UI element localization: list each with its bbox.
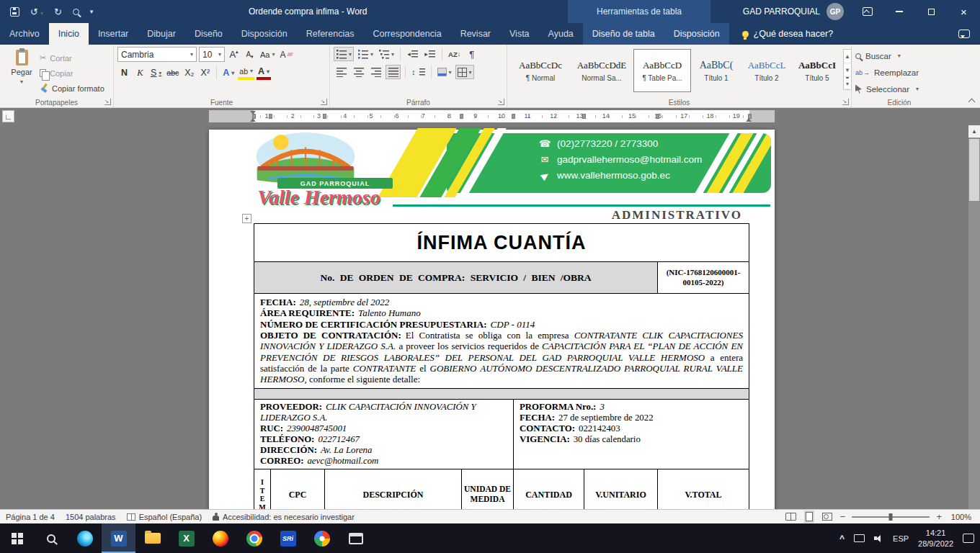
taskbar-edge[interactable] xyxy=(68,523,102,553)
line-spacing-icon[interactable] xyxy=(410,65,427,79)
taskbar-search-button[interactable] xyxy=(34,523,68,553)
clipboard-dialog-launcher-icon[interactable] xyxy=(104,99,111,105)
change-case-icon[interactable] xyxy=(259,48,276,62)
style-titulo-5[interactable]: AaBbCcI Título 5 xyxy=(793,49,841,92)
start-button[interactable] xyxy=(0,523,34,553)
strikethrough-button[interactable]: abc xyxy=(165,66,180,80)
save-icon[interactable] xyxy=(10,7,19,17)
customize-qat-icon[interactable]: ▾ xyxy=(90,8,94,15)
decrease-indent-icon[interactable] xyxy=(405,47,420,61)
zoom-slider-thumb[interactable] xyxy=(889,513,893,521)
style-titulo-2[interactable]: AaBbCcL Título 2 xyxy=(741,49,792,92)
tab-disposicion[interactable]: Disposición xyxy=(232,23,297,45)
align-left-icon[interactable] xyxy=(334,65,349,79)
read-mode-button[interactable] xyxy=(784,511,798,522)
undo-icon[interactable]: ↺ xyxy=(30,6,43,17)
tell-me-box[interactable]: ¿Qué desea hacer? xyxy=(742,23,834,45)
underline-button[interactable]: S xyxy=(149,66,163,80)
ruler-column-marker[interactable] xyxy=(582,114,586,119)
taskbar-excel[interactable]: X xyxy=(169,523,203,553)
tab-dibujar[interactable]: Dibujar xyxy=(138,23,185,45)
clear-formatting-icon[interactable] xyxy=(278,48,293,62)
select-button[interactable]: Seleccionar xyxy=(855,82,943,96)
styles-dialog-launcher-icon[interactable] xyxy=(842,99,849,105)
ruler-column-marker[interactable] xyxy=(460,114,463,119)
tab-archivo[interactable]: Archivo xyxy=(0,23,49,45)
shading-icon[interactable] xyxy=(436,65,453,79)
scrollbar-thumb[interactable] xyxy=(969,139,979,201)
multilevel-list-icon[interactable] xyxy=(377,47,396,61)
taskbar-sri[interactable]: SRi xyxy=(271,523,305,553)
purchase-order-table[interactable]: ÍNFIMA CUANTÍA No. DE ORDEN DE COMPRA: S… xyxy=(254,223,749,509)
taskbar-word[interactable]: W xyxy=(102,523,135,553)
shrink-font-icon[interactable] xyxy=(243,48,257,62)
maximize-button[interactable] xyxy=(915,0,948,23)
increase-indent-icon[interactable] xyxy=(422,47,437,61)
tab-diseno[interactable]: Diseño xyxy=(185,23,232,45)
tab-insertar[interactable]: Insertar xyxy=(89,23,138,45)
grow-font-icon[interactable] xyxy=(227,48,241,62)
table-move-handle-icon[interactable]: + xyxy=(242,214,251,223)
font-color-icon[interactable]: A xyxy=(257,66,271,80)
redo-icon[interactable]: ↻ xyxy=(54,6,62,17)
document-page[interactable]: GAD PARROQUIAL Valle Hermoso ☎ (02)27732… xyxy=(209,130,775,509)
speaker-icon[interactable] xyxy=(874,534,883,543)
style-normal-sa[interactable]: AaBbCcDdE Normal Sa... xyxy=(571,49,632,92)
language-status[interactable]: Español (España) xyxy=(127,513,202,521)
accessibility-status[interactable]: Accesibilidad: es necesario investigar xyxy=(213,513,355,521)
collapse-ribbon-icon[interactable] xyxy=(968,99,976,106)
style-table-paragraph[interactable]: AaBbCcD ¶ Table Pa... xyxy=(633,49,691,92)
ruler-column-marker[interactable] xyxy=(323,114,326,119)
copy-button[interactable]: Copiar xyxy=(40,67,104,79)
display-tray-icon[interactable] xyxy=(854,534,865,542)
borders-icon[interactable] xyxy=(455,65,474,79)
notification-center-icon[interactable] xyxy=(963,534,974,543)
tab-stop-selector[interactable]: ∟ xyxy=(2,110,14,122)
web-layout-button[interactable] xyxy=(821,511,834,522)
justify-icon[interactable] xyxy=(386,65,401,79)
ruler-column-marker[interactable] xyxy=(269,114,272,119)
zoom-in-icon[interactable]: + xyxy=(936,511,942,522)
format-painter-button[interactable]: Copiar formato xyxy=(40,82,104,94)
zoom-slider[interactable] xyxy=(852,516,930,518)
tab-ayuda[interactable]: Ayuda xyxy=(539,23,583,45)
highlight-color-icon[interactable]: ab xyxy=(238,66,254,80)
style-normal[interactable]: AaBbCcDc ¶ Normal xyxy=(511,49,570,92)
cut-button[interactable]: ✂ Cortar xyxy=(40,52,104,64)
scroll-up-icon[interactable]: ▲ xyxy=(968,125,980,138)
tab-correspondencia[interactable]: Correspondencia xyxy=(363,23,450,45)
taskbar-firefox[interactable] xyxy=(203,523,237,553)
font-size-select[interactable]: 10 xyxy=(199,47,225,62)
tab-inicio[interactable]: Inicio xyxy=(49,23,89,45)
tray-chevron-icon[interactable]: ^ xyxy=(839,534,845,544)
font-dialog-launcher-icon[interactable] xyxy=(321,99,327,105)
paragraph-dialog-launcher-icon[interactable] xyxy=(498,99,504,105)
styles-scroll-up-icon[interactable]: ▲ xyxy=(844,50,851,63)
subscript-button[interactable]: X₂ xyxy=(182,66,196,80)
font-name-select[interactable]: Cambria xyxy=(117,47,197,62)
sort-icon[interactable]: AZ xyxy=(447,47,462,61)
vertical-scrollbar[interactable]: ▲ xyxy=(968,125,980,509)
superscript-button[interactable]: X² xyxy=(198,66,212,80)
comments-icon[interactable] xyxy=(958,30,970,38)
right-indent-marker[interactable] xyxy=(746,115,752,122)
preview-icon[interactable] xyxy=(73,9,79,15)
show-paragraph-marks-icon[interactable]: ¶ xyxy=(464,47,479,61)
text-effects-icon[interactable]: A xyxy=(221,66,236,80)
paste-button[interactable]: Pegar ▾ xyxy=(4,47,40,97)
account-avatar[interactable]: GP xyxy=(827,3,844,20)
hanging-indent-marker[interactable] xyxy=(250,115,256,122)
tab-diseno-de-tabla[interactable]: Diseño de tabla xyxy=(583,23,664,45)
taskbar-window-app[interactable] xyxy=(339,523,373,553)
ribbon-display-options-icon[interactable] xyxy=(863,7,873,16)
page-count-status[interactable]: Página 1 de 4 xyxy=(6,513,55,521)
print-layout-button[interactable] xyxy=(804,511,814,523)
tab-referencias[interactable]: Referencias xyxy=(297,23,364,45)
zoom-level[interactable]: 100% xyxy=(948,513,971,521)
taskbar-clock[interactable]: 14:21 28/9/2022 xyxy=(918,528,953,549)
ruler-column-marker[interactable] xyxy=(512,114,515,119)
word-count-status[interactable]: 1504 palabras xyxy=(66,513,116,521)
find-button[interactable]: Buscar xyxy=(855,49,943,63)
numbering-icon[interactable] xyxy=(356,47,375,61)
taskbar-app[interactable] xyxy=(305,523,339,553)
